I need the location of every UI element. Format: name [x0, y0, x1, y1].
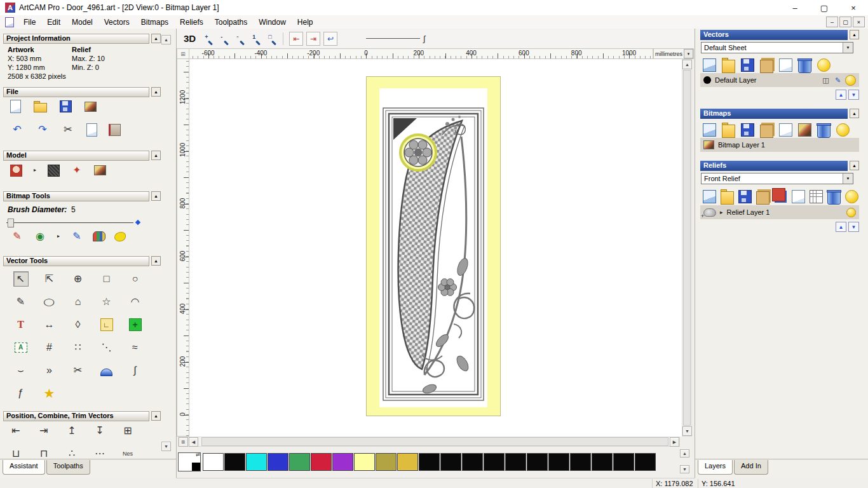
sheet-selector-dropdown[interactable]: Default Sheet ▼	[701, 42, 853, 53]
mdi-close-button[interactable]: ×	[853, 17, 865, 27]
scroll-left-icon[interactable]: ◀	[189, 437, 198, 447]
collapse-section-icon[interactable]: ▲	[151, 151, 161, 160]
relief-calculate-icon[interactable]	[810, 190, 823, 203]
collapse-section-icon[interactable]: ▲	[151, 87, 161, 97]
menu-bitmaps[interactable]: Bitmaps	[135, 15, 174, 29]
collapse-section-icon[interactable]: ▲	[151, 256, 161, 266]
measure-icon[interactable]: ↔	[43, 318, 57, 332]
flood-fill-icon[interactable]: ◉	[33, 229, 47, 243]
zoom-window-icon[interactable]: ▫	[233, 32, 245, 45]
redo-icon[interactable]: ↷	[36, 123, 50, 137]
open-model-icon[interactable]	[34, 103, 47, 112]
collapse-section-icon[interactable]: ▲	[151, 34, 161, 43]
new-bitmap-layer-icon[interactable]	[703, 123, 716, 137]
copy-vector-layer-icon[interactable]	[779, 58, 792, 72]
collapse-section-icon[interactable]: ▲	[850, 161, 859, 170]
copy-bitmap-layer-icon[interactable]	[779, 123, 792, 137]
create-polyline-icon[interactable]: ✎	[14, 295, 28, 309]
new-model-icon[interactable]	[10, 100, 21, 113]
swap-colours-icon[interactable]: ⇄	[196, 452, 200, 458]
palette-swatch-19[interactable]	[613, 453, 634, 471]
palette-swatch-5[interactable]	[311, 453, 332, 471]
move-vectors-icon[interactable]: ⊕	[71, 272, 85, 286]
vertical-scroll-thumb[interactable]	[683, 70, 691, 426]
collapse-section-icon[interactable]: ▲	[151, 411, 161, 421]
canvas-horizontal-scrollbar[interactable]: ⊞ ◀ ▶	[178, 437, 680, 447]
tab-layers[interactable]: Layers	[698, 460, 733, 475]
dropdown-arrow-icon[interactable]: ▼	[843, 173, 853, 184]
open-relief-layer-icon[interactable]	[721, 191, 734, 205]
mdi-minimize-button[interactable]: –	[826, 17, 838, 27]
relief-selector-dropdown[interactable]: Front Relief ▼	[701, 173, 853, 184]
open-bitmap-layer-icon[interactable]	[722, 125, 735, 138]
delete-bitmap-layer-icon[interactable]	[817, 125, 831, 138]
palette-swatch-12[interactable]	[462, 453, 483, 471]
merge-bitmap-layers-icon[interactable]	[760, 125, 773, 138]
save-model-icon[interactable]	[60, 100, 72, 112]
zoom-100-icon[interactable]: 1	[248, 32, 261, 45]
drawing-canvas[interactable]	[189, 59, 682, 437]
palette-swatch-2[interactable]	[246, 453, 267, 471]
toggle-all-reliefs-icon[interactable]	[845, 190, 858, 203]
mdi-restore-button[interactable]: ▢	[839, 17, 851, 27]
relief-layer-row[interactable]: ▸ Relief Layer 1	[700, 205, 859, 219]
horizontal-scroll-thumb[interactable]	[201, 437, 668, 446]
fit-polyline-icon[interactable]: ≈	[128, 341, 142, 355]
palette-swatch-16[interactable]	[548, 453, 569, 471]
snapshot-right-icon[interactable]: ⇥	[306, 32, 320, 46]
scroll-down-icon[interactable]: ▼	[682, 426, 692, 436]
layer-visibility-icon[interactable]	[846, 208, 856, 217]
page-position-icon[interactable]: ⊞	[179, 437, 188, 447]
cut-icon[interactable]: ✂	[61, 123, 75, 137]
colour-palette-icon[interactable]	[93, 231, 105, 241]
scroll-up-icon[interactable]: ▲	[682, 60, 692, 69]
palette-swatch-18[interactable]	[592, 453, 613, 471]
text-block-icon[interactable]: A	[15, 342, 27, 353]
paste-along-curve-icon[interactable]: +	[129, 318, 142, 331]
model-image-icon[interactable]	[94, 165, 106, 175]
magic-texture-icon[interactable]	[114, 232, 126, 241]
collapse-section-icon[interactable]: ▲	[151, 191, 161, 201]
palette-swatch-10[interactable]	[419, 453, 440, 471]
minimize-button[interactable]: –	[780, 0, 810, 15]
palette-swatch-4[interactable]	[289, 453, 310, 471]
scroll-up-icon[interactable]: ▲	[680, 449, 689, 458]
align-left-icon[interactable]: ⇤	[9, 424, 23, 438]
create-rectangle-icon[interactable]: □	[100, 272, 114, 286]
delete-relief-layer-icon[interactable]	[827, 191, 841, 205]
menu-reliefs[interactable]: Reliefs	[174, 15, 209, 29]
toggle-all-bitmaps-icon[interactable]	[836, 123, 850, 137]
tab-toolpaths[interactable]: Toolpaths	[46, 460, 90, 475]
merge-relief-layers-icon[interactable]	[756, 191, 770, 205]
maximize-button[interactable]: ▢	[810, 0, 839, 15]
save-vector-layer-icon[interactable]	[741, 58, 754, 72]
slider-handle[interactable]	[8, 219, 14, 227]
scroll-down-icon[interactable]: ▼	[680, 465, 689, 473]
palette-swatch-0[interactable]	[203, 453, 224, 471]
move-layer-down-icon[interactable]: ▼	[848, 222, 859, 232]
paint-selective-icon[interactable]: ✎	[70, 229, 84, 243]
snapshot-left-icon[interactable]: ⇤	[289, 32, 303, 46]
new-vector-layer-icon[interactable]	[703, 58, 716, 72]
align-right-icon[interactable]: ⇥	[37, 424, 51, 438]
palette-swatch-13[interactable]	[484, 453, 505, 471]
scroll-right-icon[interactable]: ▶	[670, 437, 679, 447]
collapse-section-icon[interactable]: ▲	[850, 109, 859, 118]
previous-view-icon[interactable]: ↩	[323, 32, 337, 46]
layer-visibility-icon[interactable]	[845, 75, 856, 86]
menu-model[interactable]: Model	[66, 15, 98, 29]
fillet-tool-icon[interactable]: ∟	[100, 318, 113, 331]
menu-file[interactable]: File	[18, 15, 41, 29]
create-circle-icon[interactable]: ○	[128, 272, 142, 286]
save-bitmap-layer-icon[interactable]	[741, 123, 754, 137]
palette-swatch-3[interactable]	[268, 453, 288, 471]
ruler-units-dropdown[interactable]: millimetres ▼	[653, 48, 694, 59]
primary-secondary-colour-picker[interactable]: ⇄	[178, 452, 201, 471]
menu-edit[interactable]: Edit	[41, 15, 66, 29]
copy-relief-layer-icon[interactable]	[792, 190, 805, 203]
menu-help[interactable]: Help	[292, 15, 319, 29]
create-polygon-icon[interactable]: ⌂	[71, 295, 85, 309]
merge-vector-layers-icon[interactable]	[760, 60, 773, 73]
notes-icon[interactable]	[109, 124, 121, 136]
join-vectors-icon[interactable]: »	[43, 363, 57, 377]
